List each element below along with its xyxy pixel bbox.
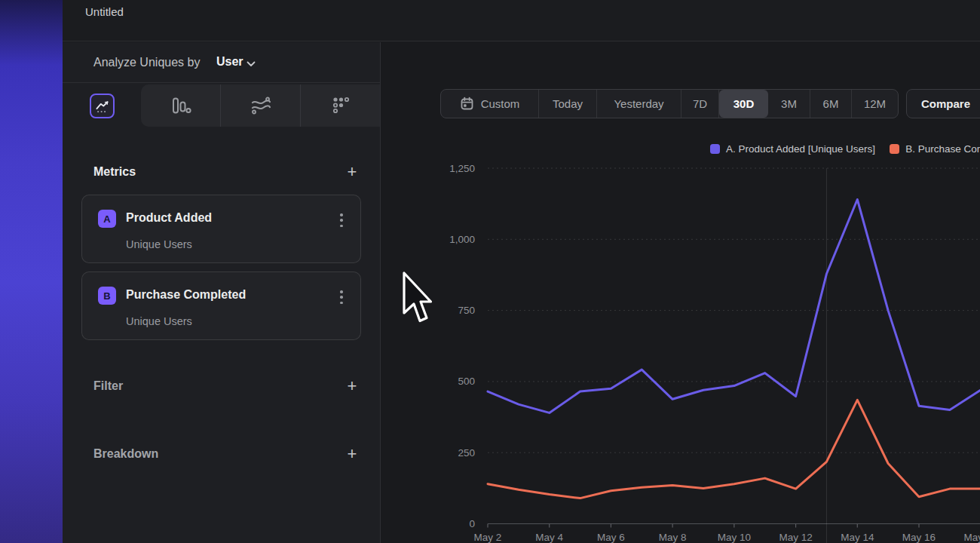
analyze-header: Analyze Uniques by User <box>63 42 380 83</box>
x-tick-label: May 4 <box>535 532 563 543</box>
grid-dots-icon <box>329 94 352 118</box>
add-breakdown-button[interactable]: + <box>343 445 361 463</box>
range-7d[interactable]: 7D <box>681 90 719 118</box>
filter-section-title: Filter <box>93 379 123 393</box>
tab-bar-chart[interactable] <box>141 84 221 127</box>
legend-item-b[interactable]: B. Purchase Completed [Unique Users] <box>890 143 980 155</box>
range-today[interactable]: Today <box>539 90 597 118</box>
add-metric-button[interactable]: + <box>343 163 361 181</box>
x-tick-label: May 6 <box>597 532 625 543</box>
legend-item-a[interactable]: A. Product Added [Unique Users] <box>710 143 875 155</box>
metric-name: Purchase Completed <box>126 288 246 302</box>
metric-badge-a: A <box>98 210 116 228</box>
x-tick-label: May 2 <box>474 532 502 543</box>
range-yesterday[interactable]: Yesterday <box>597 90 681 118</box>
y-tick-label: 500 <box>458 376 475 387</box>
breakdown-section-title: Breakdown <box>93 447 158 461</box>
config-panel: Analyze Uniques by User <box>63 42 381 543</box>
range-label: 6M <box>823 97 839 110</box>
tab-flows[interactable] <box>221 84 301 127</box>
analytics-app: Untitled Analyze Uniques by User <box>0 0 980 543</box>
entity-dropdown[interactable]: User <box>216 55 243 69</box>
left-gradient-strip <box>0 0 63 543</box>
kebab-menu-icon[interactable] <box>336 290 347 304</box>
report-title[interactable]: Untitled <box>85 5 124 18</box>
x-tick-label: May 10 <box>718 532 751 543</box>
add-filter-button[interactable]: + <box>343 377 361 395</box>
range-30d[interactable]: 30D <box>719 90 768 118</box>
range-label: 3M <box>781 97 797 110</box>
tab-grid[interactable] <box>301 84 381 127</box>
x-tick-label: May 18 <box>964 532 980 543</box>
metric-card-a[interactable]: A Product Added Unique Users <box>81 195 361 263</box>
legend-swatch-a <box>710 144 720 154</box>
metrics-section-title: Metrics <box>93 165 136 179</box>
legend-label-a: A. Product Added [Unique Users] <box>726 143 875 155</box>
range-label: 7D <box>693 97 707 110</box>
line-chart-icon <box>90 94 115 118</box>
series-line-b <box>488 400 980 498</box>
calendar-icon <box>460 97 474 111</box>
range-label: 12M <box>864 97 886 110</box>
x-tick-label: May 16 <box>902 532 936 543</box>
x-tick-label: May 14 <box>841 532 874 543</box>
series-line-a <box>488 200 980 413</box>
range-label: Custom <box>481 97 520 110</box>
range-label: 30D <box>733 97 755 110</box>
metric-card-b[interactable]: B Purchase Completed Unique Users <box>81 272 361 340</box>
range-6m[interactable]: 6M <box>810 90 852 118</box>
compare-button[interactable]: Compare <box>906 89 980 118</box>
range-12m[interactable]: 12M <box>852 90 898 118</box>
y-tick-label: 0 <box>469 518 475 529</box>
y-tick-label: 1,000 <box>449 234 475 245</box>
x-tick-label: May 8 <box>659 532 687 543</box>
metric-subtitle: Unique Users <box>126 238 192 250</box>
metric-name: Product Added <box>126 211 212 225</box>
date-range-bar: CustomTodayYesterday7D30D3M6M12M <box>440 89 899 118</box>
chart-type-tabs <box>63 83 380 127</box>
metric-subtitle: Unique Users <box>126 315 192 327</box>
flows-icon <box>249 94 273 117</box>
tab-line-chart[interactable] <box>63 84 141 127</box>
range-3m[interactable]: 3M <box>768 90 810 118</box>
analyze-by-label: Analyze Uniques by <box>93 56 200 69</box>
y-tick-label: 1,250 <box>449 163 475 174</box>
bar-chart-icon <box>170 94 192 117</box>
chart-legend: A. Product Added [Unique Users] B. Purch… <box>710 143 980 155</box>
range-label: Today <box>553 97 583 110</box>
legend-swatch-b <box>890 144 899 154</box>
range-custom[interactable]: Custom <box>441 90 539 118</box>
kebab-menu-icon[interactable] <box>336 213 347 227</box>
top-bar: Untitled <box>63 0 980 41</box>
y-tick-label: 250 <box>458 447 475 459</box>
y-tick-label: 750 <box>458 305 475 316</box>
chevron-down-icon[interactable] <box>247 61 256 67</box>
mouse-cursor <box>402 271 435 331</box>
metric-badge-b: B <box>98 287 116 305</box>
range-label: Yesterday <box>614 97 663 110</box>
x-tick-label: May 12 <box>779 532 812 543</box>
legend-label-b: B. Purchase Completed [Unique Users] <box>905 143 980 155</box>
